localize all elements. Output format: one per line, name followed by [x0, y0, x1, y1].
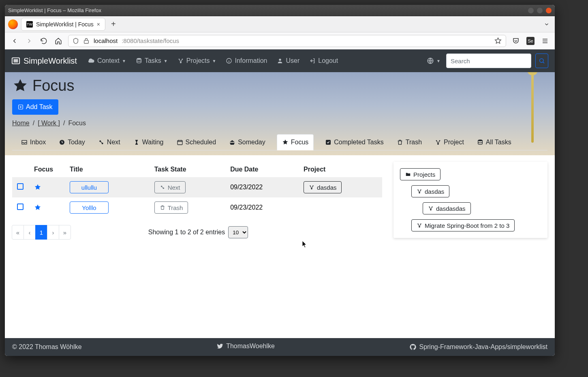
footer-copyright: © 2022 Thomas Wöhlke [12, 343, 82, 351]
address-bar[interactable]: localhost:8080/taskstate/focus [68, 35, 506, 47]
nav-context[interactable]: Context▼ [83, 55, 130, 67]
row-checkbox[interactable] [17, 183, 24, 190]
svg-point-33 [419, 226, 420, 228]
back-button[interactable] [10, 36, 19, 46]
window-close-button[interactable] [546, 8, 552, 13]
globe-icon [427, 57, 434, 64]
tab-waiting[interactable]: Waiting [132, 135, 165, 150]
nav-language[interactable]: ▼ [423, 55, 445, 67]
extension-icon[interactable]: Se [526, 37, 535, 45]
page-size-select[interactable]: 10 [228, 226, 248, 238]
svg-point-7 [279, 59, 281, 61]
project-node[interactable]: dasdasdas [423, 202, 471, 214]
cloud-icon [88, 57, 95, 64]
pagination-row: « ‹ 1 › » Showing 1 to 2 of 2 entries 10 [12, 225, 382, 240]
breadcrumb-current: Focus [68, 120, 86, 127]
project-node[interactable]: Migrate Spring-Boot from 2 to 3 [411, 219, 515, 231]
forward-button[interactable] [24, 36, 34, 46]
focus-star-icon[interactable] [34, 184, 60, 191]
due-date: 09/23/2022 [230, 204, 263, 211]
info-icon [226, 58, 232, 64]
svg-rect-14 [177, 140, 182, 145]
svg-point-19 [478, 139, 483, 141]
task-state-badge[interactable]: Trash [154, 201, 188, 214]
window-minimize-button[interactable] [528, 8, 534, 13]
tab-trash[interactable]: Trash [395, 135, 423, 150]
tab-close-icon[interactable]: × [97, 21, 100, 28]
app-footer: © 2022 Thomas Wöhlke ThomasWoehlke Sprin… [5, 338, 555, 356]
tab-all[interactable]: All Tasks [475, 135, 513, 150]
task-title-link[interactable]: ullullu [70, 181, 109, 193]
tab-next[interactable]: Next [96, 135, 122, 150]
col-title: Title [65, 162, 150, 177]
tab-someday[interactable]: Someday [227, 135, 267, 150]
tab-completed[interactable]: Completed Tasks [323, 135, 385, 150]
url-host: localhost [94, 37, 118, 44]
nav-projects[interactable]: Projects▼ [173, 55, 220, 67]
projects-root-button[interactable]: Projects [400, 168, 440, 180]
reload-button[interactable] [39, 36, 49, 46]
tab-project[interactable]: Project [433, 135, 466, 150]
app-brand[interactable]: SimpleWorklist [11, 56, 77, 66]
browser-tab[interactable]: TW SimpleWorklist | Focus × [21, 18, 105, 31]
nav-tasks[interactable]: Tasks▼ [132, 55, 172, 67]
database-icon [136, 58, 142, 64]
add-task-button[interactable]: Add Task [12, 99, 58, 115]
url-path: :8080/taskstate/focus [122, 37, 179, 44]
new-tab-button[interactable]: + [109, 19, 118, 29]
task-title-link[interactable]: Yolllo [70, 201, 109, 214]
nav-user[interactable]: User [273, 55, 304, 67]
tab-strip: TW SimpleWorklist | Focus × + [5, 16, 555, 32]
svg-rect-15 [326, 140, 331, 145]
svg-rect-0 [84, 40, 89, 43]
nav-information[interactable]: Information [222, 55, 271, 67]
task-project-badge[interactable]: dasdas [304, 181, 342, 193]
col-due: Due Date [225, 162, 299, 177]
tab-overflow-button[interactable] [542, 19, 552, 29]
footer-twitter-link[interactable]: ThomasWoehlke [216, 343, 275, 350]
page-first[interactable]: « [12, 225, 24, 240]
page-last[interactable]: » [59, 225, 71, 240]
breadcrumb-work[interactable]: [ Work ] [38, 120, 60, 127]
search-button[interactable] [535, 54, 548, 68]
lock-icon [83, 38, 90, 44]
task-state-badge[interactable]: Next [154, 181, 186, 193]
focus-star-icon[interactable] [34, 204, 60, 211]
tasks-table: Focus Title Task State Due Date Project … [12, 162, 382, 218]
due-date: 09/23/2022 [230, 184, 263, 191]
page-prev[interactable]: ‹ [24, 225, 36, 240]
footer-github-link[interactable]: Spring-Framework-Java-Apps/simpleworklis… [409, 343, 547, 351]
tab-today[interactable]: Today [57, 135, 87, 150]
tab-favicon-icon: TW [26, 21, 33, 28]
entries-showing: Showing 1 to 2 of 2 entries [148, 229, 225, 236]
svg-point-2 [137, 58, 141, 60]
page-title: Focus [12, 77, 547, 94]
taskstate-tabs: Inbox Today Next Waiting Scheduled Somed… [12, 134, 547, 150]
brand-label: SimpleWorklist [24, 56, 77, 66]
svg-point-5 [180, 62, 182, 63]
col-project: Project [299, 162, 382, 177]
page-next[interactable]: › [47, 225, 59, 240]
col-state: Task State [150, 162, 225, 177]
star-icon [12, 78, 28, 94]
app-menu-button[interactable] [540, 36, 550, 46]
tab-focus[interactable]: Focus [277, 134, 314, 150]
window-titlebar: SimpleWorklist | Focus – Mozilla Firefox [5, 5, 555, 16]
home-button[interactable] [53, 36, 63, 46]
window-maximize-button[interactable] [537, 8, 543, 13]
table-row: Yolllo Trash 09/23/2022 [12, 197, 382, 218]
tab-scheduled[interactable]: Scheduled [175, 135, 218, 150]
bookmark-star-icon[interactable] [494, 37, 502, 45]
nav-logout[interactable]: Logout [305, 55, 342, 67]
firefox-window: SimpleWorklist | Focus – Mozilla Firefox… [5, 5, 555, 356]
breadcrumb-home[interactable]: Home [12, 120, 30, 127]
project-node[interactable]: dasdas [411, 185, 449, 197]
svg-point-27 [419, 192, 420, 194]
pocket-icon[interactable] [511, 36, 521, 46]
svg-point-9 [540, 59, 543, 62]
page-1[interactable]: 1 [35, 225, 47, 240]
tab-inbox[interactable]: Inbox [19, 135, 47, 150]
row-checkbox[interactable] [17, 203, 24, 210]
search-input[interactable]: Search [446, 54, 531, 68]
hubspot-icon [177, 58, 184, 64]
